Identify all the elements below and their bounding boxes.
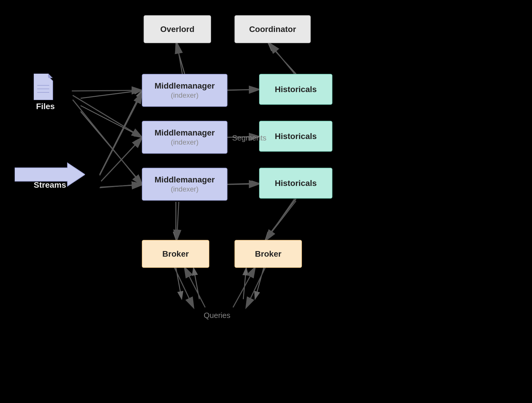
svg-line-5 <box>101 137 142 181</box>
hist2-label: Historicals <box>275 132 317 141</box>
svg-marker-39 <box>48 74 53 78</box>
overlord-node: Overlord <box>144 15 211 43</box>
mm1-sublabel: (indexer) <box>171 91 199 99</box>
historicals-2: Historicals <box>259 121 332 152</box>
svg-line-7 <box>81 111 142 184</box>
mm3-label: Middlemanager <box>154 175 215 184</box>
svg-line-4 <box>100 90 142 175</box>
svg-line-37 <box>233 267 255 307</box>
overlord-label: Overlord <box>160 25 195 34</box>
svg-line-25 <box>100 185 142 187</box>
svg-line-36 <box>246 267 265 307</box>
files-label: Files <box>36 102 55 111</box>
svg-line-8 <box>227 89 259 90</box>
middlemanager-2: Middlemanager (indexer) <box>142 121 227 154</box>
svg-line-34 <box>174 267 193 307</box>
svg-line-30 <box>177 43 182 74</box>
segments-label: Segments <box>232 133 266 143</box>
historicals-1: Historicals <box>259 74 332 105</box>
svg-line-27 <box>227 89 259 90</box>
svg-line-6 <box>100 184 142 188</box>
svg-line-10 <box>227 183 259 184</box>
svg-line-21 <box>72 90 142 91</box>
svg-line-3 <box>81 106 142 137</box>
svg-line-12 <box>268 43 296 74</box>
svg-line-24 <box>101 138 142 181</box>
svg-line-31 <box>270 43 295 74</box>
mm2-sublabel: (indexer) <box>171 138 199 146</box>
svg-line-33 <box>266 199 295 240</box>
broker2-label: Broker <box>255 249 281 259</box>
broker-1: Broker <box>142 240 209 268</box>
historicals-3: Historicals <box>259 168 332 199</box>
svg-line-16 <box>176 267 182 299</box>
svg-line-35 <box>185 267 205 307</box>
middlemanager-3: Middlemanager (indexer) <box>142 168 227 201</box>
svg-line-11 <box>176 43 185 74</box>
svg-line-2 <box>81 90 142 98</box>
mm1-label: Middlemanager <box>154 81 215 91</box>
hist1-label: Historicals <box>275 85 317 94</box>
middlemanager-1: Middlemanager (indexer) <box>142 74 227 107</box>
mm3-sublabel: (indexer) <box>171 185 199 193</box>
arrows-svg2 <box>0 0 532 403</box>
hist3-label: Historicals <box>275 179 317 188</box>
svg-line-23 <box>100 93 142 175</box>
svg-line-15 <box>265 201 296 241</box>
svg-line-14 <box>265 199 296 240</box>
streams-label: Streams <box>34 180 66 190</box>
svg-line-19 <box>243 267 246 299</box>
broker-2: Broker <box>234 240 302 268</box>
coordinator-label: Coordinator <box>249 25 296 34</box>
diagram-container: Files Streams Middlemanager (indexer) Mi… <box>0 0 532 403</box>
svg-line-32 <box>177 202 179 240</box>
svg-line-18 <box>193 267 199 299</box>
coordinator-node: Coordinator <box>234 15 311 43</box>
svg-line-29 <box>227 184 259 184</box>
queries-label: Queries <box>204 311 230 320</box>
file-svg <box>34 74 57 100</box>
svg-line-17 <box>255 267 264 299</box>
broker1-label: Broker <box>162 249 189 259</box>
files-icon: Files <box>26 70 64 114</box>
svg-line-22 <box>73 95 142 137</box>
mm2-label: Middlemanager <box>154 128 215 138</box>
arrows-svg <box>0 0 532 403</box>
